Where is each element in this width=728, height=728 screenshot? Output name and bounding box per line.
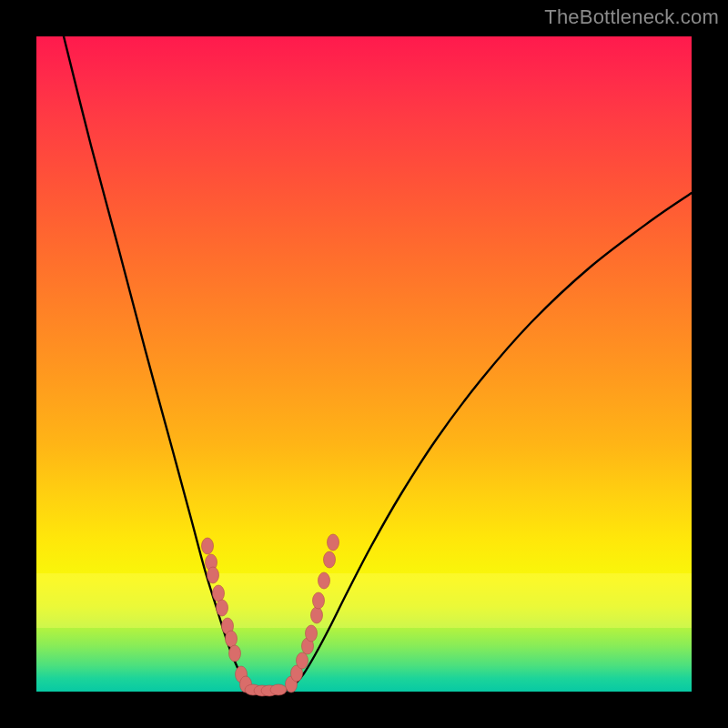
data-marker [324, 551, 336, 568]
watermark-text: TheBottleneck.com [544, 5, 719, 29]
data-marker [217, 600, 228, 616]
data-marker [311, 607, 323, 623]
data-marker [229, 645, 241, 662]
data-marker [318, 572, 330, 589]
data-marker [328, 534, 339, 551]
data-marker [207, 567, 219, 583]
data-marker [313, 592, 325, 609]
bottleneck-curve [64, 36, 692, 692]
data-marker [297, 652, 308, 669]
data-marker [226, 631, 238, 647]
chart-stage: TheBottleneck.com [0, 0, 728, 728]
data-marker [213, 585, 225, 602]
data-marker [270, 684, 287, 695]
chart-svg [36, 36, 692, 692]
data-marker [306, 625, 318, 642]
data-markers [202, 534, 339, 696]
data-marker [202, 538, 214, 554]
